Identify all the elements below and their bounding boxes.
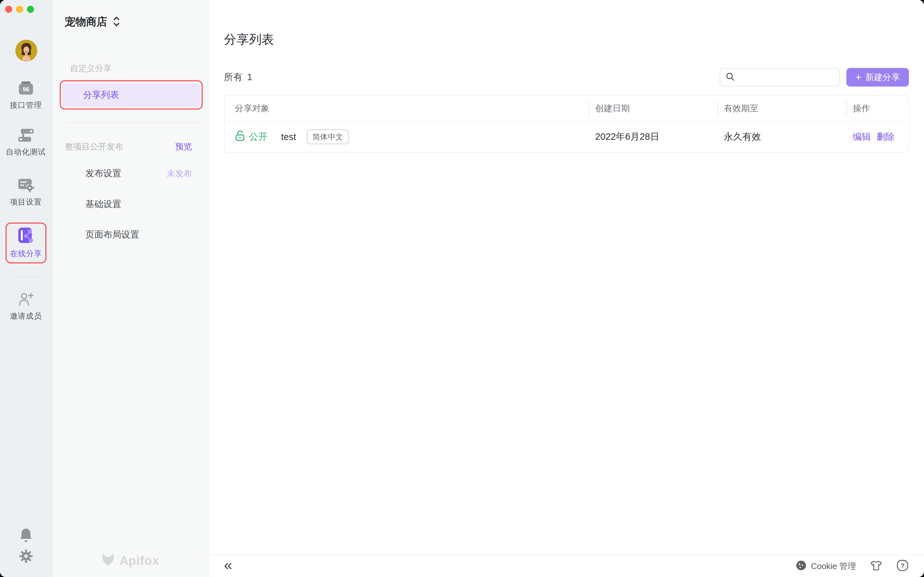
online-share-icon <box>17 227 35 246</box>
apifox-logo: Apifox <box>52 553 208 569</box>
project-switcher[interactable]: 宠物商店 <box>65 15 120 29</box>
chevron-updown-icon <box>113 16 120 28</box>
column-header-valid-until: 有效期至 <box>717 95 846 121</box>
svg-text:96: 96 <box>23 86 29 93</box>
sidebar-item-publish-settings[interactable]: 发布设置 未发布 <box>86 167 192 179</box>
cookie-manager-button[interactable]: Cookie 管理 <box>796 560 856 572</box>
search-input[interactable] <box>739 73 846 82</box>
main-content: 分享列表 所有 1 + 新建分享 <box>208 0 924 577</box>
delete-link[interactable]: 删除 <box>877 131 895 143</box>
column-header-actions: 操作 <box>846 95 908 121</box>
collapse-sidebar-button[interactable]: « <box>224 558 232 575</box>
sidebar-item-label: 发布设置 <box>86 167 121 179</box>
sidebar-item-label: 基础设置 <box>86 198 121 210</box>
sidebar-item-project-settings[interactable]: 项目设置 <box>0 177 52 207</box>
visibility-label: 公开 <box>249 131 268 143</box>
filter-label: 所有 <box>224 71 242 84</box>
share-name: test <box>281 132 296 142</box>
logo-text: Apifox <box>120 554 159 568</box>
cookie-manager-label: Cookie 管理 <box>811 561 856 572</box>
sidebar-item-page-layout-settings[interactable]: 页面布局设置 <box>86 229 192 241</box>
lock-open-icon <box>235 130 246 144</box>
app-window: 96 接口管理 自动化测试 <box>0 0 924 577</box>
bell-icon <box>19 528 33 545</box>
minimize-button[interactable] <box>16 6 23 13</box>
sidebar-item-label: 邀请成员 <box>10 311 42 321</box>
gear-icon <box>19 549 33 565</box>
fox-icon <box>101 553 115 569</box>
sidebar-item-label: 页面布局设置 <box>86 229 139 241</box>
automation-test-icon <box>18 128 34 143</box>
edit-link[interactable]: 编辑 <box>853 131 871 143</box>
sidebar-item-share-list-selected[interactable]: 分享列表 <box>60 80 203 110</box>
sidebar-item-api-management[interactable]: 96 接口管理 <box>0 81 52 110</box>
status-bar: « Cookie 管理 <box>208 554 924 577</box>
close-button[interactable] <box>5 6 12 13</box>
new-share-button[interactable]: + 新建分享 <box>846 68 909 87</box>
tshirt-icon <box>870 560 882 572</box>
plus-icon: + <box>855 72 861 82</box>
sidebar-item-automation-test[interactable]: 自动化测试 <box>0 128 52 157</box>
page-title: 分享列表 <box>224 31 909 48</box>
api-management-icon: 96 <box>18 81 34 97</box>
search-box[interactable] <box>720 68 840 87</box>
created-date: 2022年6月28日 <box>589 131 717 143</box>
svg-text:?: ? <box>901 562 905 569</box>
table-header: 分享对象 创建日期 有效期至 操作 <box>225 95 908 121</box>
settings-button[interactable] <box>0 549 52 565</box>
divider <box>12 276 40 277</box>
preview-link[interactable]: 预览 <box>175 141 192 152</box>
share-table: 分享对象 创建日期 有效期至 操作 公开 <box>224 95 909 153</box>
section-label-publish: 整项目公开发布 <box>65 141 123 152</box>
sidebar-item-online-share-active[interactable]: 在线分享 <box>5 222 47 263</box>
table-row[interactable]: 公开 test 简体中文 2022年6月28日 永久有效 编辑 删除 <box>225 121 908 152</box>
sidebar-item-basic-settings[interactable]: 基础设置 <box>86 198 192 210</box>
divider <box>65 122 203 123</box>
new-share-button-label: 新建分享 <box>865 71 900 83</box>
sidebar-item-label: 接口管理 <box>10 100 42 110</box>
sidebar-item-label: 在线分享 <box>10 248 42 259</box>
sidebar-item-label: 分享列表 <box>63 83 200 107</box>
section-label-custom-share: 自定义分享 <box>70 63 111 74</box>
help-icon: ? <box>897 559 909 573</box>
theme-button[interactable] <box>870 560 882 572</box>
valid-until: 永久有效 <box>717 131 846 143</box>
column-header-share-target: 分享对象 <box>225 95 589 121</box>
visibility-public: 公开 <box>235 130 268 144</box>
status-badge-unpublished: 未发布 <box>167 168 192 179</box>
section-row-publish: 整项目公开发布 预览 <box>65 141 192 152</box>
traffic-lights <box>5 6 34 13</box>
language-tag: 简体中文 <box>307 129 349 144</box>
project-sidebar: 宠物商店 自定义分享 分享列表 整项目公开发布 预览 发布设置 未发布 基础设置 <box>52 0 208 577</box>
cookie-icon <box>796 560 806 572</box>
help-button[interactable]: ? <box>897 559 909 573</box>
filter-count: 1 <box>247 72 252 82</box>
sidebar-item-label: 项目设置 <box>10 197 42 207</box>
search-icon <box>725 72 735 83</box>
zoom-button[interactable] <box>27 6 34 13</box>
avatar[interactable] <box>15 40 37 61</box>
activity-bar: 96 接口管理 自动化测试 <box>0 0 52 577</box>
sidebar-item-invite-member[interactable]: 邀请成员 <box>0 292 52 321</box>
invite-member-icon <box>18 292 34 308</box>
filter-all[interactable]: 所有 1 <box>224 71 252 84</box>
toolbar: 所有 1 + 新建分享 <box>224 68 909 87</box>
sidebar-item-label: 自动化测试 <box>6 147 46 157</box>
notifications-button[interactable] <box>0 528 52 545</box>
column-header-created-date: 创建日期 <box>589 95 717 121</box>
project-name: 宠物商店 <box>65 15 107 29</box>
project-settings-icon <box>18 177 34 193</box>
